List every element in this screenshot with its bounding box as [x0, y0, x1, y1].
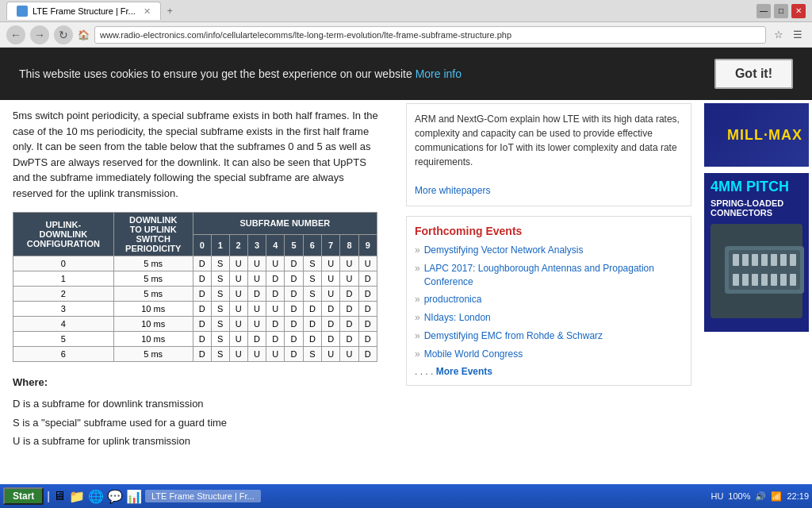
taskbar-icon-folder[interactable]: 📁: [69, 489, 85, 504]
cell-val: D: [285, 317, 303, 332]
cell-config: 5: [13, 332, 114, 347]
back-button[interactable]: ←: [6, 25, 25, 44]
svg-rect-3: [742, 254, 749, 266]
event-link-4[interactable]: NIdays: London: [424, 311, 491, 325]
refresh-button[interactable]: ↻: [54, 25, 73, 44]
cell-val: U: [340, 271, 358, 287]
event-arrow-icon: »: [415, 329, 420, 343]
browser-tab[interactable]: LTE Frame Structure | Fr... ✕: [6, 2, 161, 20]
cell-config: 1: [13, 271, 114, 287]
cell-val: D: [285, 256, 303, 271]
cell-period: 5 ms: [113, 287, 193, 302]
more-events-line: . . . . More Events: [415, 366, 683, 377]
event-arrow-icon: »: [415, 293, 420, 306]
cell-config: 6: [13, 347, 114, 362]
page-content: 5ms switch point periodicity, a special …: [0, 100, 812, 508]
taskbar-icon-monitor[interactable]: 🖥: [53, 489, 66, 503]
event-link-3[interactable]: productronica: [424, 293, 482, 306]
home-icon[interactable]: 🏠: [78, 29, 90, 40]
cell-val: D: [358, 302, 377, 317]
taskbar-icon-browser[interactable]: 🌐: [88, 489, 104, 504]
svg-rect-2: [733, 254, 739, 266]
maximize-btn[interactable]: □: [774, 4, 788, 18]
close-btn[interactable]: ✕: [791, 4, 806, 18]
svg-rect-10: [742, 274, 749, 286]
events-box: Forthcoming Events » Demystifying Vector…: [406, 216, 691, 386]
cell-val: D: [358, 317, 377, 332]
cell-val: D: [340, 287, 358, 302]
where-section: Where: D is a subframe for downlink tran…: [13, 373, 384, 451]
events-title: Forthcoming Events: [415, 225, 683, 237]
where-line-1: D is a subframe for downlink transmissio…: [13, 394, 384, 413]
cell-val: D: [340, 332, 358, 347]
event-arrow-icon: »: [415, 348, 420, 361]
cell-period: 5 ms: [113, 271, 193, 287]
more-whitepapers-link[interactable]: More whitepapers: [415, 185, 490, 196]
minimize-btn[interactable]: —: [756, 4, 771, 18]
svg-rect-14: [780, 274, 787, 286]
forward-button[interactable]: →: [30, 25, 49, 44]
cell-val: S: [303, 287, 321, 302]
tab-title: LTE Frame Structure | Fr...: [33, 6, 136, 16]
cell-val: S: [303, 271, 321, 287]
start-button[interactable]: Start: [3, 487, 44, 505]
svg-rect-7: [780, 254, 787, 266]
cookie-banner: This website uses cookies to ensure you …: [0, 48, 812, 100]
subframe-num-8: 8: [340, 234, 358, 256]
ad-spring-subtitle: SPRING-LOADEDCONNECTORS: [710, 198, 802, 217]
cell-val: D: [193, 302, 211, 317]
taskbar-active-tab[interactable]: LTE Frame Structure | Fr...: [145, 490, 261, 502]
more-info-link[interactable]: More info: [416, 67, 462, 80]
cell-val: D: [358, 271, 377, 287]
cell-val: D: [247, 287, 266, 302]
cell-val: U: [229, 317, 247, 332]
list-item: » LAPC 2017: Loughborough Antennas and P…: [415, 262, 683, 289]
svg-rect-6: [771, 254, 777, 266]
address-bar[interactable]: [94, 26, 766, 44]
cell-val: U: [247, 347, 266, 362]
cell-val: D: [193, 317, 211, 332]
sidebar-container: ARM and NextG-Com explain how LTE with i…: [396, 100, 812, 508]
menu-icon[interactable]: ☰: [790, 27, 806, 43]
cell-val: U: [266, 256, 285, 271]
spring-loaded-ad[interactable]: 4MM PITCH SPRING-LOADEDCONNECTORS: [704, 173, 809, 332]
where-line-2: S is a "special" subframe used for a gua…: [13, 414, 384, 432]
bookmark-icon[interactable]: ☆: [771, 27, 787, 43]
subframe-table: UPLINK-DOWNLINKCONFIGURATION DOWNLINKTO …: [13, 212, 377, 362]
event-link-1[interactable]: Demystifying Vector Network Analysis: [424, 244, 584, 257]
cell-val: D: [303, 302, 321, 317]
cell-val: D: [358, 332, 377, 347]
table-body: 05 msDSUUUDSUUU15 msDSUUDDSUUD25 msDSUDD…: [13, 256, 377, 362]
cell-val: S: [211, 347, 229, 362]
svg-rect-13: [771, 274, 777, 286]
taskbar-divider: |: [47, 490, 50, 502]
cell-val: S: [211, 271, 229, 287]
whitepaper-box: ARM and NextG-Com explain how LTE with i…: [406, 103, 691, 206]
event-link-6[interactable]: Mobile World Congress: [424, 348, 523, 361]
ad-spring-title: 4MM PITCH: [710, 179, 802, 195]
tray-volume-icon[interactable]: 🔊: [755, 491, 766, 502]
article-paragraph: 5ms switch point periodicity, a special …: [13, 108, 384, 201]
event-link-5[interactable]: Demystifying EMC from Rohde & Schwarz: [424, 329, 603, 343]
subframe-num-3: 3: [247, 234, 266, 256]
new-tab-btn[interactable]: +: [167, 6, 173, 17]
tab-close-icon[interactable]: ✕: [144, 6, 151, 17]
cell-val: S: [211, 287, 229, 302]
table-row: 410 msDSUUDDDDDD: [13, 317, 377, 332]
cell-val: U: [229, 347, 247, 362]
table-row: 510 msDSUDDDDDDD: [13, 332, 377, 347]
taskbar-icon-spreadsheet[interactable]: 📊: [126, 489, 142, 504]
table-row: 310 msDSUUUDDDDD: [13, 302, 377, 317]
more-events-link[interactable]: More Events: [436, 366, 492, 377]
tray-time: 22:19: [787, 491, 809, 501]
event-link-2[interactable]: LAPC 2017: Loughborough Antennas and Pro…: [424, 262, 683, 289]
taskbar-icon-chat[interactable]: 💬: [107, 489, 123, 504]
millmax-ad[interactable]: MILL·MAX: [704, 103, 809, 167]
cell-val: D: [322, 302, 340, 317]
window-controls: — □ ✕: [756, 4, 806, 18]
col-header-config: UPLINK-DOWNLINKCONFIGURATION: [13, 213, 114, 256]
svg-rect-5: [761, 254, 768, 266]
list-item: » productronica: [415, 293, 683, 306]
got-it-button[interactable]: Got it!: [714, 59, 793, 89]
subframe-num-4: 4: [266, 234, 285, 256]
